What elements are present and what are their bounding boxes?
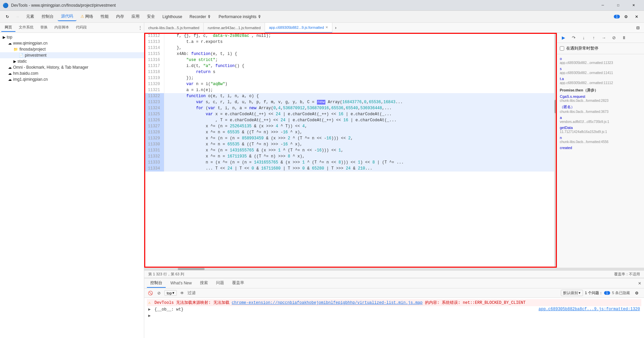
code-line-11332: 11332 x ^= n = 16711935 & ((T ^= n) >>> …	[144, 153, 554, 159]
tab-snippets[interactable]: 代码段	[72, 23, 90, 32]
top-bar-right: 1 ⚙ ✕	[614, 12, 641, 21]
tab-webpage[interactable]: 网页	[1, 23, 15, 32]
top-dropdown-arrow[interactable]: ▾	[172, 291, 174, 295]
tree-item-baidu[interactable]: ☁ hm.baidu.com	[0, 70, 144, 76]
menu-recorder[interactable]: Recorder 🎙	[186, 13, 215, 20]
issue-badge[interactable]: 1	[604, 291, 610, 295]
menu-performance-insights[interactable]: Performance insights 🎙	[215, 13, 265, 20]
menu-bar: ↻ → 元素 控制台 源代码 ⚠ 网络 性能 内存 应用 安全 Lighthou…	[0, 11, 644, 23]
console-settings-button[interactable]: ⚙	[632, 288, 641, 298]
console-tab-issues[interactable]: 问题	[213, 279, 227, 288]
console-tab-console[interactable]: 控制台	[147, 279, 166, 288]
expand-arrow-icon[interactable]: ▶	[148, 307, 151, 312]
code-line-11313: 11313 t.a = r.exports	[144, 39, 554, 45]
tab-filesystem[interactable]: 文件系统	[15, 23, 37, 32]
tree-item-top[interactable]: ▶ top	[0, 34, 144, 40]
cloud-icon-2: ☁	[8, 65, 12, 70]
filter-label: 过滤	[187, 290, 196, 296]
menu-security[interactable]: 安全	[144, 12, 158, 21]
pause-on-exception-checkbox[interactable]	[560, 46, 564, 51]
code-content[interactable]: 11312 f, {j, fj, c, data-v-2s00z0ac , nu…	[144, 33, 554, 268]
minimize-button[interactable]: ─	[595, 0, 610, 11]
horizontal-scrollbar[interactable]	[144, 268, 644, 270]
tree-item-static[interactable]: ▶ static	[0, 58, 144, 64]
menu-memory[interactable]: 内存	[113, 12, 127, 21]
scope-item-cgas[interactable]: CgaS.s.request chunk-libs.0acb...formatt…	[557, 93, 644, 104]
eye-button[interactable]: 👁	[179, 290, 185, 296]
filter-input[interactable]	[198, 291, 558, 295]
tree-item-finosda[interactable]: 📁 finosda/project	[0, 46, 144, 52]
console-expand-row[interactable]: ▶	[147, 313, 641, 319]
close-tab-button[interactable]: ✕	[325, 25, 328, 29]
tree-item-pinvestment[interactable]: 📄 pinvestment	[0, 52, 144, 58]
console-tab-whatsnew[interactable]: What's New	[167, 279, 195, 287]
close-devtools-button[interactable]: ✕	[632, 12, 641, 21]
error-warning-icon: ⚠	[148, 300, 151, 305]
console-object-link[interactable]: app.c689305b882ba8cf...9.js:formatted:13…	[539, 307, 640, 312]
vertical-scrollbar[interactable]	[554, 33, 557, 268]
resume-button[interactable]: ▶	[560, 34, 567, 42]
error-link[interactable]: chrome-extension://npccnbiafoakhobejomib…	[232, 300, 423, 305]
console-tab-search[interactable]: 搜索	[197, 279, 211, 288]
close-console-button[interactable]: ✕	[638, 281, 641, 286]
code-tab-runtime[interactable]: runtime.ae943ac...1.js:formatted	[204, 23, 265, 33]
bottom-console: 控制台 What's New 搜索 问题 覆盖率 ✕ 🚫 ⊘ top ▾ 👁 过…	[144, 278, 644, 338]
tab-content-scripts[interactable]: 内容脚本	[51, 23, 72, 32]
scroll-thumb-v[interactable]	[554, 100, 556, 113]
error-text-prefix: DevTools 无法加载来源映射: 无法加载	[154, 300, 231, 305]
menu-network[interactable]: ⚠ 网络	[77, 12, 97, 21]
forward-button[interactable]: →	[13, 12, 22, 21]
scope-item-anonymous[interactable]: （匿名） chunk-libs.0acb...formatted:3673	[557, 104, 644, 115]
menu-element[interactable]: 元素	[23, 12, 38, 21]
top-label: top ▾	[164, 290, 177, 296]
close-button[interactable]: ✕	[626, 0, 641, 11]
stop-recording-button[interactable]: ⊘	[156, 290, 162, 296]
scope-item-n[interactable]: n chunk-libs.0acb...formatted:4556	[557, 135, 644, 145]
more-tabs-chevron[interactable]: ›	[334, 24, 338, 31]
code-line-11317: 11317 i.d(t, "a", function() {	[144, 63, 554, 69]
split-editor-button[interactable]: ⊟	[633, 23, 643, 32]
console-tab-coverage[interactable]: 覆盖率	[229, 279, 248, 288]
refresh-button[interactable]: ↻	[3, 12, 12, 21]
step-out-button[interactable]: ↑	[590, 34, 597, 42]
code-tab-app[interactable]: app.c689305b882...9.js:formatted ✕	[265, 23, 332, 33]
more-tabs-button[interactable]: ⋮	[138, 25, 143, 30]
folder-icon-finosda: 📁	[13, 47, 18, 52]
clear-console-button[interactable]: 🚫	[147, 290, 154, 296]
maximize-button[interactable]: □	[610, 0, 626, 11]
menu-sources[interactable]: 源代码	[58, 12, 76, 21]
scope-item-ta[interactable]: t.a app.c689305b882...ormatted:11112	[557, 76, 644, 86]
step-over-button[interactable]: ↷	[570, 34, 577, 42]
menu-lighthouse[interactable]: Lighthouse	[159, 13, 185, 20]
tree-item-img1[interactable]: ☁ img1.qimingpian.cn	[0, 76, 144, 82]
step-button[interactable]: →	[600, 34, 607, 42]
code-tab-chunk-libs[interactable]: chunk-libs.0acb...5.js:formatted	[144, 23, 204, 33]
scope-item-o[interactable]: o app.c689305b882...ormatted:11323	[557, 56, 644, 66]
deactivate-button[interactable]: ⊘	[610, 34, 618, 42]
menu-application[interactable]: 应用	[128, 12, 143, 21]
log-level-dropdown[interactable]: 默认级别 ▾	[561, 290, 583, 296]
scope-item-s[interactable]: s app.c689305b882...ormatted:11411	[557, 66, 644, 76]
console-toolbar: 🚫 ⊘ top ▾ 👁 过滤 默认级别 ▾ 1 个问题： 1	[144, 288, 644, 298]
scope-item-getdata[interactable]: getData 11.71271424afb16a152bd9.js:1	[557, 125, 644, 135]
top-dropdown-label[interactable]: top	[167, 291, 172, 295]
file-icon-pinvestment: 📄	[19, 53, 23, 58]
expand-icon: ▶	[148, 314, 151, 318]
tab-replace[interactable]: 替换	[37, 23, 51, 32]
console-error-message: ⚠ DevTools 无法加载来源映射: 无法加载 chrome-extensi…	[147, 299, 641, 306]
tree-item-omni[interactable]: ☁ Omni - Bookmark, History, & Tab Manage…	[0, 64, 144, 70]
scope-item-created[interactable]: created	[557, 145, 644, 151]
menu-console[interactable]: 控制台	[38, 12, 57, 21]
settings-button[interactable]: ⚙	[621, 12, 631, 21]
scroll-thumb-h[interactable]	[178, 268, 205, 270]
code-line-11329: 11329 x ^= (n = (n = 858993459 & (x >>> …	[144, 135, 554, 141]
tree-label-domain1: www.qimingpian.cn	[13, 41, 48, 46]
notification-badge[interactable]: 1	[614, 15, 620, 18]
pause-exception-button[interactable]: ⏸	[620, 34, 628, 42]
pause-on-exception-label: 在遇到异常时暂停	[566, 46, 598, 51]
menu-performance[interactable]: 性能	[97, 12, 112, 21]
tree-item-domain1[interactable]: ☁ www.qimingpian.cn	[0, 40, 144, 46]
step-into-button[interactable]: ↓	[580, 34, 587, 42]
devtools-panels: 网页 文件系统 替换 内容脚本 代码段 ⋮ ▶ top ☁ www.qimin	[0, 23, 644, 338]
scope-item-a[interactable]: a vendors.adfb01f...c85c735b9.js:1	[557, 115, 644, 125]
